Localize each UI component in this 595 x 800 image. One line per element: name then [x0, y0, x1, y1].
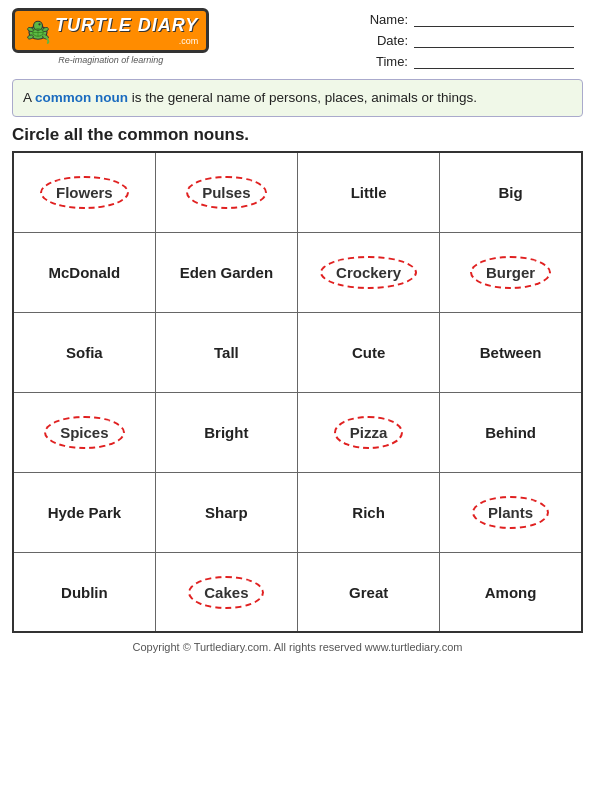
table-cell: Big: [440, 152, 582, 232]
cell-text: Tall: [214, 344, 239, 361]
cell-inner: Spices: [44, 416, 124, 449]
cell-text: Eden Garden: [180, 264, 273, 281]
cell-inner: Crockery: [320, 256, 417, 289]
cell-inner: Flowers: [40, 176, 129, 209]
table-cell: Little: [298, 152, 440, 232]
table-cell: Pizza: [298, 392, 440, 472]
logo-box: TURTLE DIARY .com: [12, 8, 209, 53]
cell-text: McDonald: [49, 264, 121, 281]
table-cell: McDonald: [13, 232, 155, 312]
turtle-icon: [23, 16, 53, 46]
cell-text: Among: [485, 584, 537, 601]
cell-text: Flowers: [40, 176, 129, 209]
table-cell: Bright: [155, 392, 297, 472]
cell-text: Crockery: [320, 256, 417, 289]
cell-text: Little: [351, 184, 387, 201]
table-cell: Sharp: [155, 472, 297, 552]
time-label: Time:: [363, 54, 408, 69]
table-cell: Cakes: [155, 552, 297, 632]
cell-text: Cute: [352, 344, 385, 361]
name-line: [414, 13, 574, 27]
cell-inner: Big: [499, 184, 523, 201]
table-cell: Sofia: [13, 312, 155, 392]
table-cell: Hyde Park: [13, 472, 155, 552]
table-cell: Tall: [155, 312, 297, 392]
cell-inner: Behind: [485, 424, 536, 441]
table-cell: Burger: [440, 232, 582, 312]
form-fields: Name: Date: Time:: [363, 8, 583, 69]
date-row: Date:: [363, 33, 583, 48]
date-label: Date:: [363, 33, 408, 48]
table-cell: Rich: [298, 472, 440, 552]
cell-inner: Among: [485, 584, 537, 601]
table-cell: Pulses: [155, 152, 297, 232]
cell-inner: Burger: [470, 256, 551, 289]
cell-text: Between: [480, 344, 542, 361]
cell-text: Hyde Park: [48, 504, 121, 521]
cell-inner: Sharp: [205, 504, 248, 521]
cell-inner: Pulses: [186, 176, 266, 209]
table-cell: Spices: [13, 392, 155, 472]
cell-text: Pizza: [334, 416, 404, 449]
cell-text: Dublin: [61, 584, 108, 601]
table-cell: Cute: [298, 312, 440, 392]
cell-inner: Rich: [352, 504, 385, 521]
cell-text: Great: [349, 584, 388, 601]
cell-text: Big: [499, 184, 523, 201]
cell-text: Plants: [472, 496, 549, 529]
date-line: [414, 34, 574, 48]
info-box: A common noun is the general name of per…: [12, 79, 583, 117]
cell-text: Sharp: [205, 504, 248, 521]
info-text-after: is the general name of persons, places, …: [128, 90, 477, 105]
name-label: Name:: [363, 12, 408, 27]
cell-inner: Between: [480, 344, 542, 361]
cell-inner: Dublin: [61, 584, 108, 601]
logo-subtitle: .com: [55, 36, 198, 46]
table-cell: Among: [440, 552, 582, 632]
cell-text: Rich: [352, 504, 385, 521]
svg-point-9: [38, 23, 40, 25]
logo-text: TURTLE DIARY .com: [55, 15, 198, 46]
table-cell: Behind: [440, 392, 582, 472]
cell-inner: Hyde Park: [48, 504, 121, 521]
table-cell: Flowers: [13, 152, 155, 232]
cell-inner: Bright: [204, 424, 248, 441]
cell-inner: Great: [349, 584, 388, 601]
table-cell: Dublin: [13, 552, 155, 632]
cell-inner: Cakes: [188, 576, 264, 609]
table-cell: Eden Garden: [155, 232, 297, 312]
table-cell: Crockery: [298, 232, 440, 312]
cell-inner: McDonald: [49, 264, 121, 281]
section-title: Circle all the common nouns.: [12, 125, 583, 145]
footer: Copyright © Turtlediary.com. All rights …: [0, 641, 595, 659]
cell-inner: Eden Garden: [180, 264, 273, 281]
cell-inner: Little: [351, 184, 387, 201]
cell-text: Bright: [204, 424, 248, 441]
grid-table: FlowersPulsesLittleBigMcDonaldEden Garde…: [12, 151, 583, 633]
cell-inner: Plants: [472, 496, 549, 529]
cell-text: Behind: [485, 424, 536, 441]
cell-text: Burger: [470, 256, 551, 289]
table-cell: Plants: [440, 472, 582, 552]
time-row: Time:: [363, 54, 583, 69]
logo-area: TURTLE DIARY .com Re-imagination of lear…: [12, 8, 209, 65]
header: TURTLE DIARY .com Re-imagination of lear…: [0, 0, 595, 73]
cell-inner: Pizza: [334, 416, 404, 449]
cell-text: Spices: [44, 416, 124, 449]
name-row: Name:: [363, 12, 583, 27]
cell-text: Sofia: [66, 344, 103, 361]
logo-title: TURTLE DIARY: [55, 15, 198, 36]
time-line: [414, 55, 574, 69]
cell-text: Cakes: [188, 576, 264, 609]
cell-inner: Sofia: [66, 344, 103, 361]
cell-inner: Cute: [352, 344, 385, 361]
info-text-before: A: [23, 90, 35, 105]
cell-inner: Tall: [214, 344, 239, 361]
table-cell: Great: [298, 552, 440, 632]
logo-reimagine: Re-imagination of learning: [58, 55, 163, 65]
common-noun-link[interactable]: common noun: [35, 90, 128, 105]
cell-text: Pulses: [186, 176, 266, 209]
table-cell: Between: [440, 312, 582, 392]
svg-point-2: [27, 34, 34, 40]
